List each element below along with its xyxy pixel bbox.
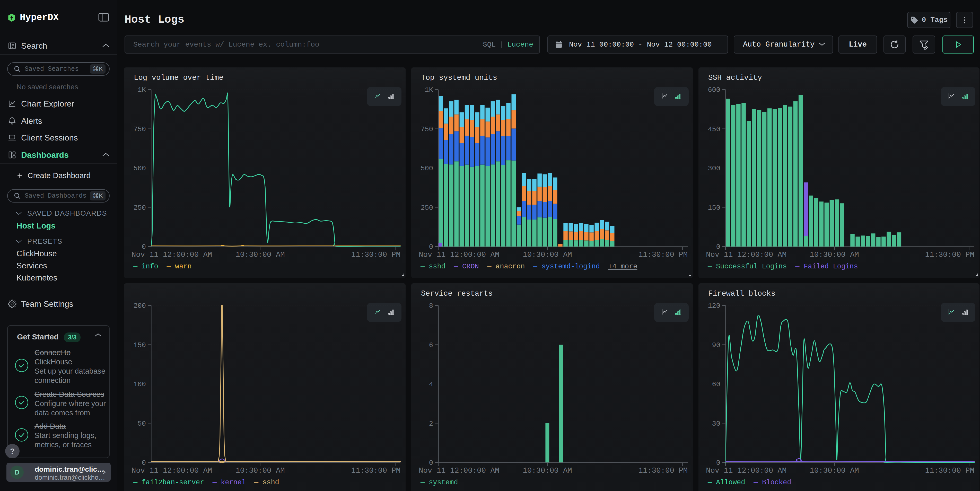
svg-text:150: 150 xyxy=(133,342,146,349)
svg-text:11:30:00 PM: 11:30:00 PM xyxy=(638,467,688,475)
svg-text:anacron: anacron xyxy=(496,263,525,270)
svg-text:Nov 11 12:00:00 AM: Nov 11 12:00:00 AM xyxy=(132,467,212,475)
svg-text:Nov 11 12:00:00 AM: Nov 11 12:00:00 AM xyxy=(706,467,786,475)
svg-text:450: 450 xyxy=(708,126,720,133)
svg-text:0: 0 xyxy=(429,459,433,467)
svg-text:10:30:00 AM: 10:30:00 AM xyxy=(810,251,859,259)
svg-text:250: 250 xyxy=(420,204,433,212)
svg-text:—: — xyxy=(795,263,800,270)
svg-text:0: 0 xyxy=(142,243,146,251)
svg-text:—: — xyxy=(533,263,537,270)
svg-text:10:30:00 AM: 10:30:00 AM xyxy=(523,467,572,475)
svg-text:750: 750 xyxy=(420,126,433,133)
svg-text:—: — xyxy=(753,479,758,486)
svg-text:2: 2 xyxy=(429,420,433,428)
svg-text:0: 0 xyxy=(429,243,433,251)
svg-text:Failed Logins: Failed Logins xyxy=(804,263,858,270)
svg-text:500: 500 xyxy=(133,165,146,172)
svg-text:4: 4 xyxy=(429,381,433,388)
svg-text:systemd-logind: systemd-logind xyxy=(541,263,600,270)
svg-text:Nov 11 12:00:00 AM: Nov 11 12:00:00 AM xyxy=(419,251,499,259)
svg-text:+4 more: +4 more xyxy=(608,263,637,270)
svg-text:30: 30 xyxy=(712,420,720,428)
svg-text:200: 200 xyxy=(133,302,146,310)
svg-text:—: — xyxy=(133,263,138,270)
svg-text:11:30:00 PM: 11:30:00 PM xyxy=(638,251,688,259)
svg-text:60: 60 xyxy=(712,381,720,388)
svg-text:—: — xyxy=(167,263,171,270)
svg-text:750: 750 xyxy=(133,126,146,133)
svg-text:—: — xyxy=(420,479,425,486)
svg-text:CRON: CRON xyxy=(462,263,479,270)
svg-text:11:30:00 PM: 11:30:00 PM xyxy=(351,251,401,259)
svg-text:0: 0 xyxy=(142,459,146,467)
svg-text:—: — xyxy=(212,479,217,486)
svg-text:sshd: sshd xyxy=(262,479,279,486)
svg-text:Blocked: Blocked xyxy=(762,479,791,486)
svg-text:11:30:00 PM: 11:30:00 PM xyxy=(351,467,401,475)
svg-text:Allowed: Allowed xyxy=(716,479,745,486)
svg-text:kernel: kernel xyxy=(221,479,246,486)
svg-text:—: — xyxy=(454,263,458,270)
svg-text:Successful Logins: Successful Logins xyxy=(716,263,787,270)
svg-text:sshd: sshd xyxy=(429,263,445,270)
svg-text:120: 120 xyxy=(708,302,720,310)
svg-text:Nov 11 12:00:00 AM: Nov 11 12:00:00 AM xyxy=(132,251,212,259)
svg-text:—: — xyxy=(487,263,492,270)
svg-text:Nov 11 12:00:00 AM: Nov 11 12:00:00 AM xyxy=(419,467,499,475)
svg-text:90: 90 xyxy=(712,342,720,349)
svg-text:0: 0 xyxy=(716,459,720,467)
svg-text:6: 6 xyxy=(429,342,433,349)
svg-text:systemd: systemd xyxy=(429,479,458,486)
svg-text:11:30:00 PM: 11:30:00 PM xyxy=(925,251,974,259)
svg-text:300: 300 xyxy=(708,165,720,172)
svg-text:Nov 11 12:00:00 AM: Nov 11 12:00:00 AM xyxy=(706,251,786,259)
svg-text:8: 8 xyxy=(429,302,433,310)
svg-text:10:30:00 AM: 10:30:00 AM xyxy=(235,251,285,259)
svg-text:—: — xyxy=(254,479,259,486)
svg-text:500: 500 xyxy=(420,165,433,172)
svg-text:600: 600 xyxy=(708,86,720,94)
svg-text:11:30:00 PM: 11:30:00 PM xyxy=(925,467,974,475)
svg-text:10:30:00 AM: 10:30:00 AM xyxy=(523,251,572,259)
svg-text:—: — xyxy=(133,479,138,486)
svg-text:—: — xyxy=(708,479,712,486)
svg-text:0: 0 xyxy=(716,243,720,251)
svg-text:—: — xyxy=(420,263,425,270)
svg-text:—: — xyxy=(708,263,712,270)
svg-text:10:30:00 AM: 10:30:00 AM xyxy=(810,467,859,475)
svg-text:warn: warn xyxy=(175,263,192,270)
svg-text:1K: 1K xyxy=(425,86,433,94)
svg-text:150: 150 xyxy=(708,204,720,212)
svg-text:1K: 1K xyxy=(138,86,146,94)
svg-text:250: 250 xyxy=(133,204,146,212)
svg-text:fail2ban-server: fail2ban-server xyxy=(142,479,204,486)
svg-text:50: 50 xyxy=(138,420,146,428)
svg-text:info: info xyxy=(142,263,158,270)
svg-text:100: 100 xyxy=(133,381,146,388)
svg-text:10:30:00 AM: 10:30:00 AM xyxy=(235,467,285,475)
